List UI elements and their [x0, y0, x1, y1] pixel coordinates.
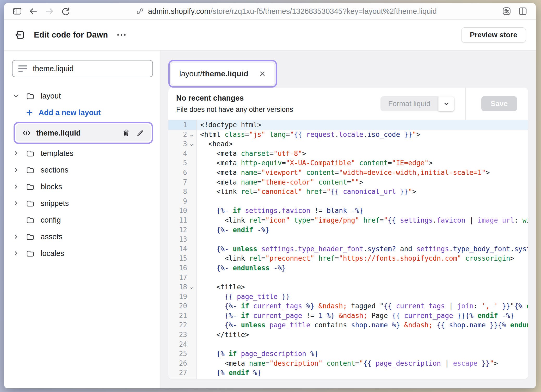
code-line-9[interactable]: 9 [168, 197, 528, 206]
format-liquid-button[interactable]: Format liquid [380, 96, 438, 111]
code-text[interactable]: {%- if current_page != 1 %} &ndash; Page… [196, 311, 528, 321]
chevron-right-icon[interactable] [12, 250, 20, 257]
chevron-down-icon[interactable] [12, 93, 20, 99]
code-line-5[interactable]: 5 <meta http-equiv="X-UA-Compatible" con… [168, 158, 528, 168]
code-line-24[interactable]: 24 [168, 340, 528, 349]
code-line-25[interactable]: 25 {% if page_description %} [168, 349, 528, 359]
code-text[interactable]: <link rel="preconnect" href="https://fon… [196, 254, 528, 263]
sidebar-folder-blocks[interactable]: blocks [12, 178, 153, 195]
code-text[interactable]: {% endif %} [196, 368, 528, 378]
code-text[interactable] [196, 273, 528, 283]
code-text[interactable]: </title> [196, 330, 528, 340]
sidebar-folder-sections[interactable]: sections [12, 162, 153, 178]
exit-editor-icon[interactable] [14, 29, 26, 41]
code-text[interactable]: {%- if current_tags %} &ndash; tagged "{… [196, 301, 528, 311]
code-line-18[interactable]: 18⌄ <title> [168, 282, 528, 292]
code-text[interactable] [196, 235, 528, 244]
sidebar-folder-snippets[interactable]: snippets [12, 195, 153, 212]
code-text[interactable]: <title> [196, 282, 528, 292]
code-text[interactable]: {%- unless page_title contains shop.name… [196, 320, 528, 330]
sidebar-folder-assets[interactable]: assets [12, 228, 153, 245]
code-text[interactable]: {{ page_title }} [196, 292, 528, 302]
gutter-line-23: 23 [168, 330, 196, 340]
gutter-line-2: 2⌄ [168, 130, 196, 139]
fold-chevron-icon[interactable]: ⌄ [187, 282, 196, 292]
tab-layout-theme-liquid[interactable]: layout/theme.liquid [171, 63, 274, 85]
code-line-1[interactable]: 1<!doctype html> [168, 120, 528, 130]
code-text[interactable]: <link rel="canonical" href="{{ canonical… [196, 187, 528, 197]
code-line-4[interactable]: 4 <meta charset="utf-8"> [168, 149, 528, 158]
fold-chevron-icon[interactable]: ⌄ [187, 139, 196, 149]
code-text[interactable]: <meta charset="utf-8"> [196, 149, 528, 158]
delete-file-icon[interactable] [121, 128, 131, 138]
code-line-8[interactable]: 8 <link rel="canonical" href="{{ canonic… [168, 187, 528, 197]
file-search-box[interactable] [12, 60, 153, 77]
code-text[interactable] [196, 197, 528, 206]
preview-store-button[interactable]: Preview store [461, 27, 526, 42]
forward-icon[interactable] [43, 4, 56, 18]
code-line-6[interactable]: 6 <meta name="viewport" content="width=d… [168, 168, 528, 177]
rename-file-icon[interactable] [136, 128, 145, 138]
code-editor[interactable]: 1<!doctype html>2⌄<html class="js" lang=… [168, 120, 528, 379]
code-line-22[interactable]: 22 {%- unless page_title contains shop.n… [168, 320, 528, 330]
code-line-7[interactable]: 7 <meta name="theme-color" content=""> [168, 177, 528, 187]
code-text[interactable]: <meta name="theme-color" content=""> [196, 177, 528, 187]
reload-icon[interactable] [59, 4, 72, 18]
code-line-14[interactable]: 14 {%- unless settings.type_header_font.… [168, 244, 528, 254]
status-subtitle: File does not have any other versions [176, 106, 370, 114]
code-text[interactable]: {%- if settings.favicon != blank -%} [196, 206, 528, 216]
sidebar-folder-templates[interactable]: templates [12, 145, 153, 162]
back-icon[interactable] [27, 4, 40, 18]
code-line-17[interactable]: 17 [168, 273, 528, 283]
code-line-19[interactable]: 19 {{ page_title }} [168, 292, 528, 302]
sidebar-file-theme-liquid[interactable]: theme.liquid [16, 124, 151, 142]
code-line-12[interactable]: 12 {%- endif -%} [168, 225, 528, 235]
code-text[interactable] [196, 378, 528, 379]
chevron-right-icon[interactable] [12, 233, 20, 240]
code-line-2[interactable]: 2⌄<html class="js" lang="{{ request.loca… [168, 130, 528, 139]
code-line-20[interactable]: 20 {%- if current_tags %} &ndash; tagged… [168, 301, 528, 311]
chevron-right-icon[interactable] [12, 183, 20, 190]
code-text[interactable]: <html class="js" lang="{{ request.locale… [196, 130, 528, 139]
code-text[interactable] [196, 340, 528, 349]
code-text[interactable]: <meta name="viewport" content="width=dev… [196, 168, 528, 177]
code-text[interactable]: <meta name="description" content="{{ pag… [196, 359, 528, 368]
folder-label: config [41, 216, 61, 224]
chevron-right-icon[interactable] [12, 200, 20, 207]
code-line-3[interactable]: 3⌄ <head> [168, 139, 528, 149]
sidebar-folder-config[interactable]: config [12, 212, 153, 228]
code-line-10[interactable]: 10 {%- if settings.favicon != blank -%} [168, 206, 528, 216]
browser-sidebar-toggle-icon[interactable] [10, 4, 24, 18]
sidebar-folder-locales[interactable]: locales [12, 245, 153, 262]
code-text[interactable]: <head> [196, 139, 528, 149]
add-layout-link[interactable]: Add a new layout [12, 104, 153, 121]
code-text[interactable]: <meta http-equiv="X-UA-Compatible" conte… [196, 158, 528, 168]
code-line-28[interactable]: 28 [168, 378, 528, 379]
save-button[interactable]: Save [481, 96, 517, 111]
code-text[interactable]: <!doctype html> [196, 120, 528, 130]
page-settings-icon[interactable] [500, 4, 513, 18]
code-text[interactable]: {% if page_description %} [196, 349, 528, 359]
code-line-13[interactable]: 13 [168, 235, 528, 244]
code-text[interactable]: <link rel="icon" type="image/png" href="… [196, 216, 528, 225]
search-input[interactable] [32, 64, 147, 73]
sidebar-folder-layout[interactable]: layout [12, 88, 153, 104]
chevron-right-icon[interactable] [12, 150, 20, 157]
code-line-26[interactable]: 26 <meta name="description" content="{{ … [168, 359, 528, 368]
close-tab-icon[interactable] [259, 70, 266, 77]
format-liquid-dropdown-toggle[interactable] [438, 96, 454, 111]
code-line-27[interactable]: 27 {% endif %} [168, 368, 528, 378]
code-line-11[interactable]: 11 <link rel="icon" type="image/png" hre… [168, 216, 528, 225]
split-view-icon[interactable] [516, 4, 530, 18]
code-text[interactable]: {%- endif -%} [196, 225, 528, 235]
chevron-right-icon[interactable] [12, 167, 20, 173]
code-line-21[interactable]: 21 {%- if current_page != 1 %} &ndash; P… [168, 311, 528, 321]
url-bar[interactable]: admin.shopify.com/store/rzq1xu-f5/themes… [75, 7, 497, 16]
code-line-23[interactable]: 23 </title> [168, 330, 528, 340]
more-actions-icon[interactable] [117, 34, 126, 36]
code-text[interactable]: {%- endunless -%} [196, 263, 528, 273]
code-line-15[interactable]: 15 <link rel="preconnect" href="https://… [168, 254, 528, 263]
code-line-16[interactable]: 16 {%- endunless -%} [168, 263, 528, 273]
code-text[interactable]: {%- unless settings.type_header_font.sys… [196, 244, 528, 254]
fold-chevron-icon[interactable]: ⌄ [187, 130, 196, 139]
